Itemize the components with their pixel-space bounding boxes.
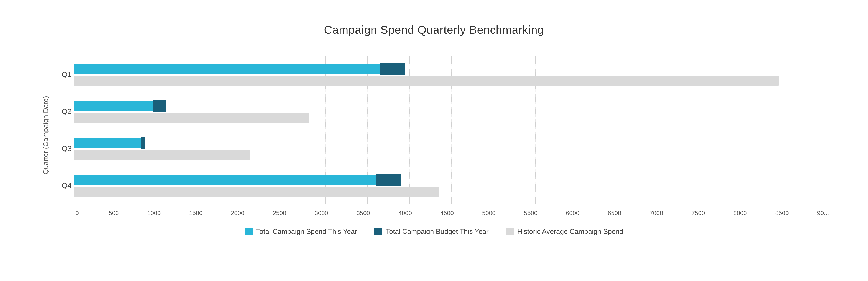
y-axis-label: Quarter (Campaign Date) [39, 54, 52, 217]
legend-label-historic: Historic Average Campaign Spend [517, 228, 623, 235]
x-tick-18: 90... [817, 210, 829, 217]
x-tick-10: 5000 [482, 210, 496, 217]
spend-bar-q1 [74, 64, 380, 74]
legend: Total Campaign Spend This YearTotal Camp… [39, 228, 829, 235]
spend-bar-q2 [74, 101, 153, 111]
spend-bar-q3 [74, 138, 141, 148]
grid-and-bars: Q1Q2Q3Q4 [56, 54, 829, 206]
x-tick-7: 3500 [356, 210, 370, 217]
bar-label-q2: Q2 [56, 107, 72, 116]
chart-area: Quarter (Campaign Date) Q1Q2Q3Q4 0500100… [39, 54, 829, 217]
legend-item-historic: Historic Average Campaign Spend [506, 228, 623, 235]
budget-bar-q4 [376, 174, 401, 186]
x-tick-13: 6500 [608, 210, 621, 217]
legend-swatch-historic [506, 228, 514, 235]
x-tick-0: 0 [74, 210, 80, 217]
x-tick-6: 3000 [315, 210, 328, 217]
bar-label-q4: Q4 [56, 181, 72, 190]
x-tick-2: 1000 [147, 210, 161, 217]
x-tick-16: 8000 [733, 210, 747, 217]
historic-bar-q2 [74, 113, 309, 122]
x-tick-14: 7000 [649, 210, 663, 217]
legend-swatch-budget [374, 228, 382, 235]
x-tick-12: 6000 [566, 210, 579, 217]
x-tick-3: 1500 [189, 210, 203, 217]
x-tick-1: 500 [109, 210, 119, 217]
x-tick-15: 7500 [691, 210, 705, 217]
legend-label-spend: Total Campaign Spend This Year [256, 228, 357, 235]
budget-bar-q2 [153, 100, 166, 112]
bar-label-q3: Q3 [56, 144, 72, 152]
x-tick-11: 5500 [524, 210, 537, 217]
chart-title: Campaign Spend Quarterly Benchmarking [39, 23, 829, 36]
bar-label-q1: Q1 [56, 70, 72, 79]
historic-bar-q4 [74, 187, 439, 197]
legend-item-spend: Total Campaign Spend This Year [245, 228, 357, 235]
x-tick-9: 4500 [440, 210, 454, 217]
historic-bar-q3 [74, 150, 250, 160]
bar-group: Q3 [74, 137, 829, 160]
legend-item-budget: Total Campaign Budget This Year [374, 228, 489, 235]
x-tick-8: 4000 [398, 210, 412, 217]
bar-group: Q4 [74, 174, 829, 197]
spend-bar-q4 [74, 175, 376, 185]
legend-swatch-spend [245, 228, 253, 235]
chart-inner: Q1Q2Q3Q4 0500100015002000250030003500400… [56, 54, 829, 217]
x-tick-17: 8500 [775, 210, 788, 217]
x-tick-5: 2500 [273, 210, 286, 217]
x-tick-4: 2000 [231, 210, 244, 217]
historic-bar-q1 [74, 76, 779, 86]
budget-bar-q1 [380, 63, 405, 75]
budget-bar-q3 [141, 137, 145, 149]
legend-label-budget: Total Campaign Budget This Year [385, 228, 489, 235]
bar-group: Q2 [74, 100, 829, 122]
chart-container: Campaign Spend Quarterly Benchmarking Qu… [22, 10, 846, 271]
bar-group: Q1 [74, 63, 829, 86]
